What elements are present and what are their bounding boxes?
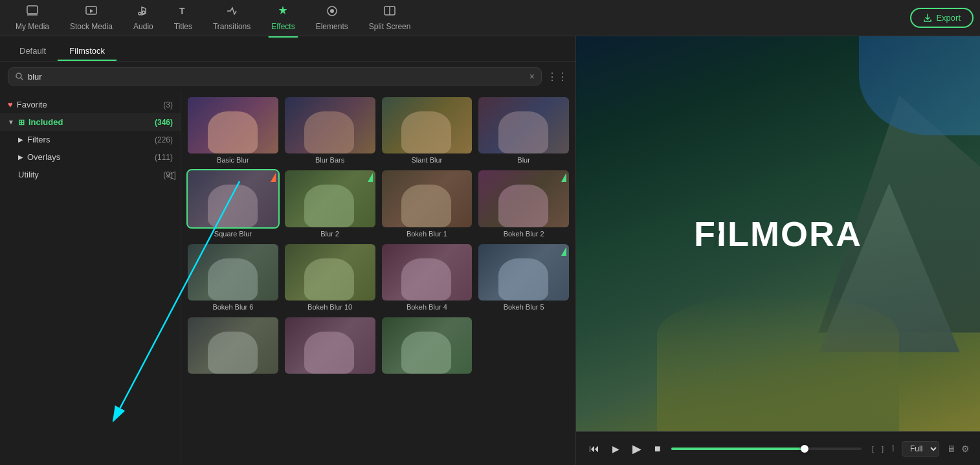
sidebar-favorite-count: (3) <box>163 100 173 109</box>
progress-fill <box>671 448 805 450</box>
titles-icon: T <box>177 5 190 19</box>
effect-label-bokeh-blur-1: Bokeh Blur 1 <box>382 230 473 238</box>
progress-bar[interactable] <box>671 448 862 450</box>
effect-thumb-square-blur <box>188 170 278 227</box>
effect-thumb-basic-blur <box>188 97 278 153</box>
effect-bokeh-blur-2[interactable]: Bokeh Blur 2 <box>478 170 569 237</box>
nav-stock-media[interactable]: Stock Media <box>61 1 122 35</box>
filmora-logo: FILMORA <box>694 214 862 254</box>
search-input[interactable] <box>28 72 526 82</box>
effect-label-bokeh-blur-5: Bokeh Blur 5 <box>478 303 569 311</box>
grid-view-icon[interactable]: ⋮⋮ <box>547 71 568 83</box>
effect-bokeh-blur-5[interactable]: Bokeh Blur 5 <box>478 244 569 311</box>
sidebar-item-utility[interactable]: Utility (9) ◁ <box>0 166 181 183</box>
search-clear-button[interactable]: × <box>529 71 535 82</box>
audio-icon <box>137 5 150 19</box>
chevron-right-icon: ▶ <box>18 136 23 143</box>
effect-thumb-bokeh-blur-5 <box>478 244 569 301</box>
nav-effects-label: Effects <box>271 22 295 31</box>
bracket-left: [ <box>872 445 874 453</box>
effect-thumb-blur-2 <box>285 170 375 227</box>
effect-thumb-bokeh-blur-10 <box>285 244 375 301</box>
monitor-icon[interactable]: 🖥 <box>947 444 956 454</box>
effect-square-blur[interactable]: Square Blur <box>188 170 278 237</box>
stop-button[interactable]: ■ <box>652 440 663 457</box>
nav-elements[interactable]: Elements <box>307 1 357 35</box>
play-button-alt[interactable]: ▶ <box>630 439 644 459</box>
left-panel: Default Filmstock × ⋮⋮ ♥ Favorit <box>0 36 576 465</box>
effect-label-blur: Blur <box>478 156 569 164</box>
svg-point-2 <box>139 12 141 15</box>
effect-bokeh-blur-1[interactable]: Bokeh Blur 1 <box>382 170 473 237</box>
nav-effects[interactable]: Effects <box>262 1 304 35</box>
sidebar-filters-count: (226) <box>155 135 173 144</box>
main-layout: Default Filmstock × ⋮⋮ ♥ Favorit <box>0 36 980 465</box>
effect-label-blur-2: Blur 2 <box>285 230 375 238</box>
content-area: ♥ Favorite (3) ▼ ⊞ Included (346) ▶ Filt… <box>0 91 575 465</box>
top-navigation: My Media Stock Media Audio <box>0 0 980 36</box>
nav-my-media[interactable]: My Media <box>6 1 58 35</box>
effect-label-slant-blur: Slant Blur <box>382 156 473 164</box>
settings-view-icon[interactable]: ⚙ <box>961 444 970 454</box>
filmora-preview: FILMORA <box>576 36 980 431</box>
effect-thumb-more-2 <box>285 317 375 374</box>
view-icons: 🖥 ⚙ <box>947 444 970 454</box>
nav-split-screen-label: Split Screen <box>369 22 411 31</box>
export-icon <box>923 14 932 23</box>
effect-label-bokeh-blur-10: Bokeh Blur 10 <box>285 303 375 311</box>
effect-blur[interactable]: Blur <box>478 97 569 164</box>
svg-point-6 <box>330 9 334 13</box>
effect-more-3[interactable] <box>382 317 473 376</box>
prev-frame-button[interactable]: ⏮ <box>586 440 602 457</box>
effect-label-square-blur: Square Blur <box>188 230 278 238</box>
nav-split-screen[interactable]: Split Screen <box>360 1 420 35</box>
effect-basic-blur[interactable]: Basic Blur <box>188 97 278 164</box>
stock-media-icon <box>85 5 98 19</box>
nav-transitions[interactable]: Transitions <box>204 1 260 35</box>
sidebar-favorite-label: Favorite <box>17 100 47 109</box>
export-button[interactable]: Export <box>910 8 974 28</box>
elements-icon <box>326 5 339 19</box>
sidebar-overlays-count: (111) <box>155 153 173 162</box>
grid-section-icon: ⊞ <box>18 118 25 127</box>
effect-label-blur-bars: Blur Bars <box>285 156 375 164</box>
effect-blur-bars[interactable]: Blur Bars <box>285 97 375 164</box>
tab-filmstock[interactable]: Filmstock <box>58 42 117 61</box>
nav-audio[interactable]: Audio <box>124 1 162 35</box>
effect-thumb-bokeh-blur-1 <box>382 170 473 227</box>
my-media-icon <box>26 5 39 19</box>
effect-label-bokeh-blur-2: Bokeh Blur 2 <box>478 230 569 238</box>
sidebar-item-filters[interactable]: ▶ Filters (226) <box>0 131 181 148</box>
effect-thumb-more-1 <box>188 317 278 374</box>
effect-more-2[interactable] <box>285 317 375 376</box>
sidebar-included-count: (346) <box>155 118 173 127</box>
effect-thumb-slant-blur <box>382 97 473 153</box>
effect-slant-blur[interactable]: Slant Blur <box>382 97 473 164</box>
collapse-icon[interactable]: ◁ <box>166 168 175 182</box>
sidebar-item-overlays[interactable]: ▶ Overlays (111) <box>0 148 181 166</box>
effect-label-bokeh-blur-4: Bokeh Blur 4 <box>382 303 473 311</box>
playback-bar: ⏮ ▶ ▶ ■ [ ] ⌉ Full 1/2 1/4 🖥 ⚙ <box>576 431 980 465</box>
play-pause-button[interactable]: ▶ <box>610 441 622 457</box>
effect-thumb-blur-bars <box>285 97 375 153</box>
sidebar: ♥ Favorite (3) ▼ ⊞ Included (346) ▶ Filt… <box>0 91 181 465</box>
svg-rect-0 <box>27 6 38 14</box>
tab-default[interactable]: Default <box>8 42 58 61</box>
effect-blur-2[interactable]: Blur 2 <box>285 170 375 237</box>
nav-elements-label: Elements <box>316 22 348 31</box>
effect-bokeh-blur-4[interactable]: Bokeh Blur 4 <box>382 244 473 311</box>
effect-more-1[interactable] <box>188 317 278 376</box>
effect-thumb-bokeh-blur-4 <box>382 244 473 301</box>
sidebar-overlays-label: Overlays <box>27 152 60 162</box>
nav-stock-media-label: Stock Media <box>70 22 113 31</box>
effect-label-basic-blur: Basic Blur <box>188 156 278 164</box>
nav-titles[interactable]: T Titles <box>165 1 201 35</box>
svg-text:T: T <box>179 6 185 16</box>
quality-select[interactable]: Full 1/2 1/4 <box>902 441 939 457</box>
sidebar-utility-label: Utility <box>18 170 39 179</box>
chevron-down-icon: ▼ <box>8 119 14 126</box>
effect-bokeh-blur-6[interactable]: Bokeh Blur 6 <box>188 244 278 311</box>
sidebar-item-included[interactable]: ▼ ⊞ Included (346) <box>0 113 181 131</box>
sidebar-item-favorite[interactable]: ♥ Favorite (3) <box>0 96 181 113</box>
effect-bokeh-blur-10[interactable]: Bokeh Blur 10 <box>285 244 375 311</box>
